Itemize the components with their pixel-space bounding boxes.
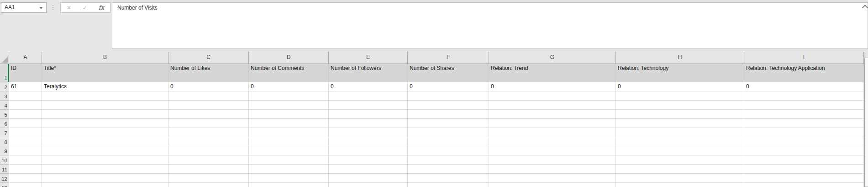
cell-D6[interactable] (249, 119, 329, 128)
row-header-1[interactable]: 1 (0, 64, 9, 82)
cell-A7[interactable] (9, 128, 42, 137)
cell-F10[interactable] (408, 155, 489, 165)
cell-G5[interactable] (489, 110, 616, 119)
cell-G4[interactable] (489, 101, 616, 110)
select-all-button[interactable] (0, 52, 9, 64)
cell-I8[interactable] (744, 137, 864, 146)
column-header-e[interactable]: E (329, 52, 408, 64)
cell-G9[interactable] (489, 146, 616, 155)
cell-C13[interactable] (168, 183, 249, 187)
cell-H10[interactable] (616, 155, 744, 165)
cell-E9[interactable] (329, 146, 408, 155)
cell-H2[interactable]: 0 (616, 82, 744, 91)
cell-F11[interactable] (408, 165, 489, 174)
cell-H3[interactable] (616, 91, 744, 101)
cell-A4[interactable] (9, 101, 42, 110)
cell-E12[interactable] (329, 174, 408, 183)
cell-D8[interactable] (249, 137, 329, 146)
cell-C6[interactable] (168, 119, 249, 128)
cell-G11[interactable] (489, 165, 616, 174)
cell-F3[interactable] (408, 91, 489, 101)
name-box-dropdown-icon[interactable] (39, 7, 43, 9)
cell-I13[interactable] (744, 183, 864, 187)
cell-F8[interactable] (408, 137, 489, 146)
cell-I11[interactable] (744, 165, 864, 174)
cell-F4[interactable] (408, 101, 489, 110)
cancel-button[interactable]: ✕ (67, 5, 71, 11)
cell-E13[interactable] (329, 183, 408, 187)
cell-B3[interactable] (42, 91, 168, 101)
row-header-9[interactable]: 9 (0, 146, 9, 155)
cell-A3[interactable] (9, 91, 42, 101)
cell-H1[interactable]: Relation: Technology (616, 64, 744, 82)
cell-C8[interactable] (168, 137, 249, 146)
cell-A5[interactable] (9, 110, 42, 119)
cell-F1[interactable]: Number of Shares (408, 64, 489, 82)
cell-D7[interactable] (249, 128, 329, 137)
cell-B4[interactable] (42, 101, 168, 110)
cell-E11[interactable] (329, 165, 408, 174)
cell-B6[interactable] (42, 119, 168, 128)
cell-H5[interactable] (616, 110, 744, 119)
column-header-h[interactable]: H (616, 52, 744, 64)
cell-F5[interactable] (408, 110, 489, 119)
cell-D10[interactable] (249, 155, 329, 165)
cell-D5[interactable] (249, 110, 329, 119)
cell-G8[interactable] (489, 137, 616, 146)
cell-I5[interactable] (744, 110, 864, 119)
cell-E4[interactable] (329, 101, 408, 110)
cell-C5[interactable] (168, 110, 249, 119)
cell-F9[interactable] (408, 146, 489, 155)
column-header-i[interactable]: I (744, 52, 864, 64)
cell-E6[interactable] (329, 119, 408, 128)
cell-H11[interactable] (616, 165, 744, 174)
cell-G10[interactable] (489, 155, 616, 165)
cell-I1[interactable]: Relation: Technology Application (744, 64, 864, 82)
row-header-7[interactable]: 7 (0, 128, 9, 137)
column-header-a[interactable]: A (9, 52, 42, 64)
cell-G13[interactable] (489, 183, 616, 187)
cell-C9[interactable] (168, 146, 249, 155)
row-header-2[interactable]: 2 (0, 82, 9, 91)
column-header-f[interactable]: F (408, 52, 489, 64)
cell-A9[interactable] (9, 146, 42, 155)
row-header-11[interactable]: 11 (0, 165, 9, 174)
cell-F12[interactable] (408, 174, 489, 183)
cell-H7[interactable] (616, 128, 744, 137)
cell-B11[interactable] (42, 165, 168, 174)
cell-A12[interactable] (9, 174, 42, 183)
cell-H4[interactable] (616, 101, 744, 110)
cell-I3[interactable] (744, 91, 864, 101)
vertical-scrollbar-thumb[interactable] (864, 58, 868, 187)
cell-A11[interactable] (9, 165, 42, 174)
cell-D13[interactable] (249, 183, 329, 187)
cell-B2[interactable]: Teralytics (42, 82, 168, 91)
row-header-13[interactable]: 13 (0, 183, 9, 187)
cell-I9[interactable] (744, 146, 864, 155)
cell-G3[interactable] (489, 91, 616, 101)
cell-A1[interactable]: ID (9, 64, 42, 82)
cell-E2[interactable]: 0 (329, 82, 408, 91)
cell-G7[interactable] (489, 128, 616, 137)
cell-C1[interactable]: Number of Likes (168, 64, 249, 82)
cell-F6[interactable] (408, 119, 489, 128)
cell-D12[interactable] (249, 174, 329, 183)
cell-H6[interactable] (616, 119, 744, 128)
column-header-d[interactable]: D (249, 52, 329, 64)
cell-G12[interactable] (489, 174, 616, 183)
cell-F7[interactable] (408, 128, 489, 137)
cell-C10[interactable] (168, 155, 249, 165)
cell-A6[interactable] (9, 119, 42, 128)
row-header-8[interactable]: 8 (0, 137, 9, 146)
cell-A13[interactable] (9, 183, 42, 187)
row-header-12[interactable]: 12 (0, 174, 9, 183)
cell-D11[interactable] (249, 165, 329, 174)
cell-I6[interactable] (744, 119, 864, 128)
cell-I2[interactable]: 0 (744, 82, 864, 91)
cell-B12[interactable] (42, 174, 168, 183)
cell-G2[interactable]: 0 (489, 82, 616, 91)
insert-function-button[interactable]: fx (99, 4, 104, 11)
cell-I12[interactable] (744, 174, 864, 183)
enter-button[interactable]: ✓ (83, 5, 87, 11)
cell-B13[interactable] (42, 183, 168, 187)
